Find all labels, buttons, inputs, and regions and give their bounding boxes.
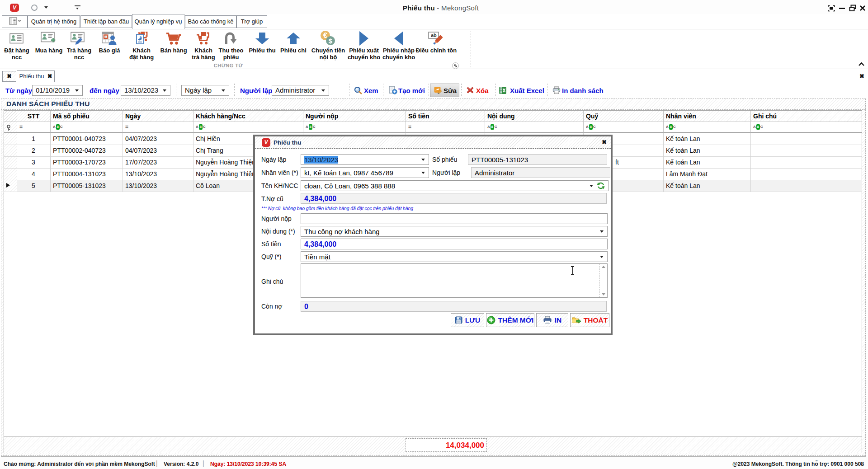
svg-text:ab: ab [431,33,437,38]
svg-text:$: $ [329,37,333,45]
